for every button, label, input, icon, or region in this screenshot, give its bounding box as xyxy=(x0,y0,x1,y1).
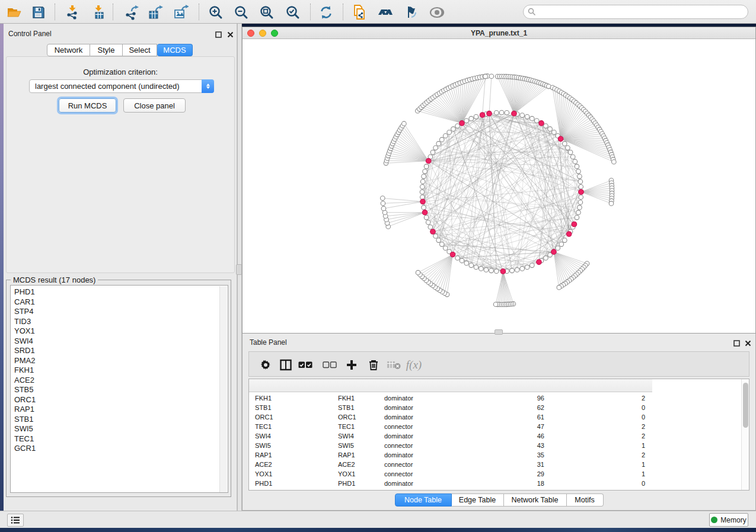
mcds-graph-node[interactable] xyxy=(460,121,465,126)
birds-eye-view-icon[interactable] xyxy=(428,4,446,20)
graph-node[interactable] xyxy=(579,184,583,189)
graph-node[interactable] xyxy=(474,114,479,119)
mcds-result-item[interactable]: PMA2 xyxy=(14,356,228,366)
split-columns-icon[interactable] xyxy=(277,357,295,373)
table-cell[interactable]: RAP1 xyxy=(332,450,378,460)
table-cell[interactable]: TEC1 xyxy=(332,422,378,431)
delete-table-icon[interactable] xyxy=(385,357,403,373)
graph-node[interactable] xyxy=(484,268,489,273)
graph-node[interactable] xyxy=(423,169,428,174)
table-row[interactable]: STB1STB1dominator620 xyxy=(249,403,742,412)
table-cell[interactable]: ACE2 xyxy=(249,460,332,469)
mcds-result-item[interactable]: SWI4 xyxy=(14,336,228,347)
network-window-titlebar[interactable]: YPA_prune.txt_1 xyxy=(243,27,755,39)
mcds-graph-node[interactable] xyxy=(450,252,455,257)
table-row[interactable]: PHD1PHD1dominator180 xyxy=(249,479,742,488)
float-panel-icon[interactable] xyxy=(215,30,222,40)
mcds-graph-node[interactable] xyxy=(420,199,426,204)
table-cell[interactable]: dominator xyxy=(378,393,465,403)
table-cell[interactable]: 96 xyxy=(465,393,551,403)
close-panel-button[interactable]: Close panel xyxy=(123,98,186,113)
table-cell[interactable]: 2 xyxy=(551,431,652,441)
mcds-graph-node[interactable] xyxy=(487,111,492,116)
table-cell[interactable]: dominator xyxy=(378,412,465,422)
graph-node[interactable] xyxy=(422,205,426,210)
table-cell[interactable]: 1 xyxy=(551,460,652,469)
import-table-icon[interactable] xyxy=(90,4,107,20)
select-all-checks-icon[interactable] xyxy=(296,357,314,373)
graph-node[interactable] xyxy=(563,142,567,146)
graph-node[interactable] xyxy=(559,242,564,247)
graph-node[interactable] xyxy=(573,159,578,164)
graph-node[interactable] xyxy=(494,269,499,274)
graph-node[interactable] xyxy=(464,118,469,123)
graph-node[interactable] xyxy=(381,201,385,206)
horizontal-splitter-handle[interactable] xyxy=(495,329,503,335)
graph-node[interactable] xyxy=(544,256,548,261)
graph-node[interactable] xyxy=(420,180,425,184)
table-cell[interactable]: PHD1 xyxy=(249,479,332,488)
graph-node[interactable] xyxy=(493,302,498,307)
table-cell[interactable]: dominator xyxy=(378,403,465,412)
mcds-result-item[interactable]: SWI5 xyxy=(14,424,228,434)
graph-node[interactable] xyxy=(525,114,529,119)
table-cell[interactable]: 0 xyxy=(551,479,652,488)
mcds-graph-node[interactable] xyxy=(539,121,544,126)
graph-node[interactable] xyxy=(505,110,509,115)
graph-node[interactable] xyxy=(483,74,488,79)
table-cell[interactable]: STB1 xyxy=(332,403,378,412)
table-cell[interactable]: 1 xyxy=(551,441,652,450)
graph-node[interactable] xyxy=(575,164,579,169)
table-cell[interactable]: 1 xyxy=(551,469,652,479)
table-row[interactable]: SWI4SWI4dominator462 xyxy=(249,431,742,441)
tab-edge-table[interactable]: Edge Table xyxy=(452,493,504,507)
graph-node[interactable] xyxy=(529,116,534,121)
graph-node[interactable] xyxy=(455,256,460,261)
table-cell[interactable]: 29 xyxy=(465,469,551,479)
graph-node[interactable] xyxy=(422,174,426,179)
graph-node[interactable] xyxy=(534,118,539,123)
table-row[interactable]: ACE2ACE2connector311 xyxy=(249,460,742,469)
table-cell[interactable]: 2 xyxy=(551,422,652,431)
refresh-view-icon[interactable] xyxy=(317,4,335,20)
mcds-result-item[interactable]: STP4 xyxy=(14,307,228,317)
graph-node[interactable] xyxy=(576,169,581,174)
graph-node[interactable] xyxy=(578,200,583,205)
graph-node[interactable] xyxy=(525,265,529,270)
graph-node[interactable] xyxy=(469,116,474,121)
node-table[interactable]: FKH1FKH1dominator962STB1STB1dominator620… xyxy=(248,379,749,491)
graph-node[interactable] xyxy=(510,268,515,273)
close-panel-icon[interactable] xyxy=(227,30,234,40)
export-image-icon[interactable] xyxy=(172,4,190,20)
float-table-panel-icon[interactable] xyxy=(733,338,740,349)
zoom-in-icon[interactable] xyxy=(207,4,225,20)
mcds-result-item[interactable]: TID3 xyxy=(14,317,228,327)
graph-node[interactable] xyxy=(436,238,441,243)
mcds-result-item[interactable]: YOX1 xyxy=(14,326,228,336)
graph-node[interactable] xyxy=(420,195,425,200)
graph-node[interactable] xyxy=(426,220,430,225)
mcds-result-item[interactable]: STB1 xyxy=(14,415,228,425)
zoom-selected-icon[interactable] xyxy=(284,4,302,20)
graph-node[interactable] xyxy=(439,242,444,247)
table-cell[interactable]: ACE2 xyxy=(332,460,378,469)
graph-node[interactable] xyxy=(455,124,460,129)
graph-node[interactable] xyxy=(566,146,570,150)
table-row[interactable]: FKH1FKH1dominator962 xyxy=(249,393,742,403)
mcds-result-item[interactable]: RAP1 xyxy=(14,405,228,415)
graph-node[interactable] xyxy=(479,267,484,271)
table-row[interactable]: RAP1RAP1dominator352 xyxy=(249,450,742,460)
criterion-select[interactable]: largest connected component (undirected) xyxy=(29,79,214,93)
tab-network-table[interactable]: Network Table xyxy=(504,493,567,507)
graph-node[interactable] xyxy=(443,133,448,138)
graph-node[interactable] xyxy=(489,268,494,273)
graph-node[interactable] xyxy=(578,180,583,184)
mcds-result-item[interactable]: STB5 xyxy=(14,385,228,395)
graph-node[interactable] xyxy=(520,113,525,118)
table-cell[interactable]: ORC1 xyxy=(249,412,332,422)
table-row[interactable]: TEC1TEC1connector472 xyxy=(249,422,742,431)
table-cell[interactable]: ORC1 xyxy=(332,412,378,422)
table-row[interactable]: ORC1ORC1dominator610 xyxy=(249,412,742,422)
mcds-graph-node[interactable] xyxy=(537,259,542,265)
graph-node[interactable] xyxy=(578,174,582,179)
